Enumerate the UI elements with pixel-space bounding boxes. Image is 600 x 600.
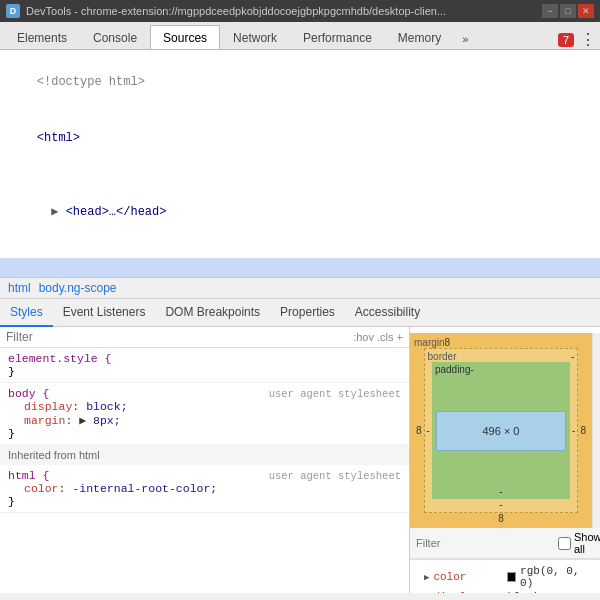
breadcrumb-body[interactable]: body.ng-scope bbox=[39, 281, 117, 295]
inherited-html-header: Inherited from html bbox=[0, 445, 409, 465]
show-all-checkbox[interactable] bbox=[558, 537, 571, 550]
window-title: DevTools - chrome-extension://mgppdceedp… bbox=[26, 5, 536, 17]
dom-line-body[interactable]: ... <body ng-app="zjapp" class="ng-scope… bbox=[0, 258, 600, 278]
comp-expand-color[interactable]: ▶ bbox=[424, 572, 429, 583]
rule-closing-html: } bbox=[8, 495, 401, 508]
maximize-button[interactable]: □ bbox=[560, 4, 576, 18]
style-rule-body: body { user agent stylesheet display: bl… bbox=[0, 383, 409, 445]
box-border-left: - bbox=[425, 425, 432, 436]
scrollbar[interactable] bbox=[592, 333, 600, 528]
breadcrumb: html body.ng-scope bbox=[0, 278, 600, 299]
dom-line-head: ▶ <head>…</head> bbox=[0, 166, 600, 258]
breadcrumb-html[interactable]: html bbox=[8, 281, 31, 295]
tab-network[interactable]: Network bbox=[220, 25, 290, 49]
prop-margin: margin: ▶ 8px; bbox=[8, 413, 401, 427]
styles-filter-input[interactable] bbox=[6, 330, 347, 344]
rule-source-html: user agent stylesheet bbox=[269, 470, 401, 482]
rule-closing-element: } bbox=[8, 365, 401, 378]
expand-head-arrow[interactable]: ▶ bbox=[51, 205, 65, 219]
color-swatch-black bbox=[507, 572, 516, 582]
computed-props: ▶ color rgb(0, 0, 0) ▶ display block ▶ h… bbox=[410, 559, 600, 593]
box-margin-val-top: 8 bbox=[445, 337, 451, 348]
devtools-menu-button[interactable]: ⋮ bbox=[580, 30, 596, 49]
dom-line-html-open: <html> bbox=[0, 110, 600, 166]
computed-filter-bar: Show all bbox=[410, 528, 600, 559]
style-tab-dom-breakpoints[interactable]: DOM Breakpoints bbox=[155, 299, 270, 327]
tab-right-actions: 7 ⋮ bbox=[558, 30, 596, 49]
tab-performance[interactable]: Performance bbox=[290, 25, 385, 49]
prop-color: color: -internal-root-color; bbox=[8, 482, 401, 495]
rule-selector-body: body { bbox=[8, 387, 49, 400]
padding-label: padding- bbox=[432, 364, 474, 375]
rule-selector-element: element.style { bbox=[8, 352, 112, 365]
box-margin-label: margin bbox=[414, 337, 445, 348]
box-border-right: - bbox=[570, 425, 577, 436]
window-controls: − □ ✕ bbox=[542, 4, 594, 18]
devtools-tabbar: Elements Console Sources Network Perform… bbox=[0, 22, 600, 50]
comp-prop-color: ▶ color rgb(0, 0, 0) bbox=[418, 564, 592, 590]
tab-sources[interactable]: Sources bbox=[150, 25, 220, 49]
prop-display: display: block; bbox=[8, 400, 401, 413]
box-border-val-top: - bbox=[571, 351, 577, 362]
style-tab-properties[interactable]: Properties bbox=[270, 299, 345, 327]
tab-memory[interactable]: Memory bbox=[385, 25, 454, 49]
devtools-icon: D bbox=[6, 4, 20, 18]
dom-panel: <!doctype html> <html> ▶ <head>…</head> … bbox=[0, 50, 600, 278]
comp-expand-display[interactable]: ▶ bbox=[424, 592, 429, 594]
box-model-panel: margin 8 8 border - - bbox=[410, 327, 600, 593]
box-margin-right: 8 bbox=[578, 425, 588, 436]
style-rule-element: element.style { } bbox=[0, 348, 409, 383]
error-badge: 7 bbox=[558, 33, 574, 47]
padding-bottom: - bbox=[499, 486, 502, 497]
style-tab-event-listeners[interactable]: Event Listeners bbox=[53, 299, 156, 327]
style-rule-html: html { user agent stylesheet color: -int… bbox=[0, 465, 409, 513]
rule-source-body: user agent stylesheet bbox=[269, 388, 401, 400]
styles-filter-actions[interactable]: :hov .cls + bbox=[353, 331, 403, 343]
show-all-label[interactable]: Show all bbox=[558, 531, 600, 555]
bottom-panel: :hov .cls + element.style { } body { use… bbox=[0, 327, 600, 593]
computed-filter-input[interactable] bbox=[416, 537, 554, 549]
styles-panel: :hov .cls + element.style { } body { use… bbox=[0, 327, 410, 593]
rule-selector-html: html { bbox=[8, 469, 49, 482]
box-margin-val-bottom: 8 bbox=[498, 513, 504, 526]
minimize-button[interactable]: − bbox=[542, 4, 558, 18]
style-tabs: Styles Event Listeners DOM Breakpoints P… bbox=[0, 299, 600, 327]
dom-line-doctype: <!doctype html> bbox=[0, 54, 600, 110]
tab-console[interactable]: Console bbox=[80, 25, 150, 49]
box-border-val-bottom: - bbox=[499, 499, 502, 510]
box-border-label: border bbox=[425, 351, 457, 362]
close-button[interactable]: ✕ bbox=[578, 4, 594, 18]
titlebar: D DevTools - chrome-extension://mgppdcee… bbox=[0, 0, 600, 22]
styles-filter-bar: :hov .cls + bbox=[0, 327, 409, 348]
style-tab-accessibility[interactable]: Accessibility bbox=[345, 299, 430, 327]
rule-closing-body: } bbox=[8, 427, 401, 440]
tab-elements[interactable]: Elements bbox=[4, 25, 80, 49]
box-margin-left: 8 bbox=[414, 425, 424, 436]
content-dimensions: 496 × 0 bbox=[482, 425, 519, 437]
tabs-more-button[interactable]: » bbox=[454, 29, 476, 49]
comp-prop-display: ▶ display block bbox=[418, 590, 592, 593]
style-tab-styles[interactable]: Styles bbox=[0, 299, 53, 327]
